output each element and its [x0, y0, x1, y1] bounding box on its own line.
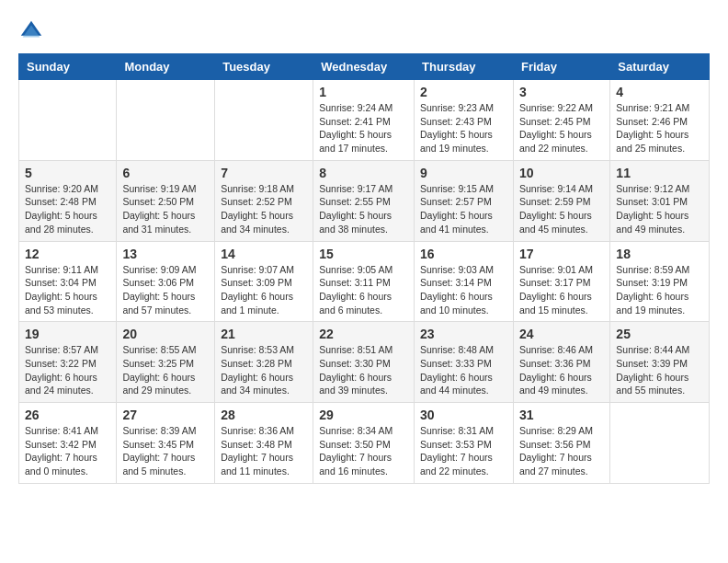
calendar-cell: [215, 80, 313, 161]
day-info: Sunrise: 8:59 AM Sunset: 3:19 PM Dayligh…: [616, 263, 703, 317]
calendar-cell: 12Sunrise: 9:11 AM Sunset: 3:04 PM Dayli…: [19, 241, 117, 322]
calendar-cell: [610, 403, 710, 484]
day-info: Sunrise: 9:03 AM Sunset: 3:14 PM Dayligh…: [420, 263, 507, 317]
day-number: 15: [319, 247, 408, 261]
calendar-cell: 21Sunrise: 8:53 AM Sunset: 3:28 PM Dayli…: [215, 322, 313, 403]
day-info: Sunrise: 8:46 AM Sunset: 3:36 PM Dayligh…: [519, 343, 604, 397]
calendar-cell: 11Sunrise: 9:12 AM Sunset: 3:01 PM Dayli…: [610, 160, 710, 241]
day-number: 30: [420, 408, 507, 422]
day-info: Sunrise: 9:12 AM Sunset: 3:01 PM Dayligh…: [616, 182, 703, 236]
calendar-cell: 26Sunrise: 8:41 AM Sunset: 3:42 PM Dayli…: [19, 403, 117, 484]
day-info: Sunrise: 9:21 AM Sunset: 2:46 PM Dayligh…: [616, 101, 703, 155]
calendar-cell: [117, 80, 215, 161]
day-info: Sunrise: 8:53 AM Sunset: 3:28 PM Dayligh…: [221, 343, 307, 397]
day-number: 7: [221, 166, 307, 180]
day-info: Sunrise: 9:24 AM Sunset: 2:41 PM Dayligh…: [319, 101, 408, 155]
day-number: 9: [420, 166, 507, 180]
calendar-cell: 24Sunrise: 8:46 AM Sunset: 3:36 PM Dayli…: [513, 322, 609, 403]
day-info: Sunrise: 8:57 AM Sunset: 3:22 PM Dayligh…: [25, 343, 110, 397]
day-info: Sunrise: 9:15 AM Sunset: 2:57 PM Dayligh…: [420, 182, 507, 236]
day-info: Sunrise: 8:39 AM Sunset: 3:45 PM Dayligh…: [122, 424, 209, 478]
calendar-cell: 14Sunrise: 9:07 AM Sunset: 3:09 PM Dayli…: [215, 241, 313, 322]
calendar-week-row: 12Sunrise: 9:11 AM Sunset: 3:04 PM Dayli…: [19, 241, 710, 322]
day-number: 21: [221, 327, 307, 341]
calendar-week-row: 1Sunrise: 9:24 AM Sunset: 2:41 PM Daylig…: [19, 80, 710, 161]
calendar-cell: 29Sunrise: 8:34 AM Sunset: 3:50 PM Dayli…: [313, 403, 415, 484]
day-number: 6: [122, 166, 209, 180]
day-number: 10: [519, 166, 604, 180]
calendar-cell: 27Sunrise: 8:39 AM Sunset: 3:45 PM Dayli…: [117, 403, 215, 484]
calendar-cell: 8Sunrise: 9:17 AM Sunset: 2:55 PM Daylig…: [313, 160, 415, 241]
calendar-header-row: SundayMondayTuesdayWednesdayThursdayFrid…: [19, 54, 710, 80]
calendar-cell: 18Sunrise: 8:59 AM Sunset: 3:19 PM Dayli…: [610, 241, 710, 322]
calendar-header-sunday: Sunday: [19, 54, 117, 80]
day-info: Sunrise: 9:07 AM Sunset: 3:09 PM Dayligh…: [221, 263, 307, 317]
day-number: 16: [420, 247, 507, 261]
calendar-cell: 28Sunrise: 8:36 AM Sunset: 3:48 PM Dayli…: [215, 403, 313, 484]
calendar-cell: [19, 80, 117, 161]
day-number: 13: [122, 247, 209, 261]
calendar-cell: 1Sunrise: 9:24 AM Sunset: 2:41 PM Daylig…: [313, 80, 415, 161]
day-info: Sunrise: 8:36 AM Sunset: 3:48 PM Dayligh…: [221, 424, 307, 478]
day-number: 8: [319, 166, 408, 180]
calendar-cell: 23Sunrise: 8:48 AM Sunset: 3:33 PM Dayli…: [415, 322, 514, 403]
day-number: 17: [519, 247, 604, 261]
page-header: [18, 18, 710, 44]
day-number: 27: [122, 408, 209, 422]
day-info: Sunrise: 8:51 AM Sunset: 3:30 PM Dayligh…: [319, 343, 408, 397]
calendar-header-friday: Friday: [513, 54, 609, 80]
calendar-week-row: 19Sunrise: 8:57 AM Sunset: 3:22 PM Dayli…: [19, 322, 710, 403]
day-number: 3: [519, 85, 604, 99]
day-number: 29: [319, 408, 408, 422]
calendar-cell: 19Sunrise: 8:57 AM Sunset: 3:22 PM Dayli…: [19, 322, 117, 403]
calendar-cell: 31Sunrise: 8:29 AM Sunset: 3:56 PM Dayli…: [513, 403, 609, 484]
day-info: Sunrise: 9:11 AM Sunset: 3:04 PM Dayligh…: [25, 263, 110, 317]
day-number: 18: [616, 247, 703, 261]
day-number: 26: [25, 408, 110, 422]
day-number: 24: [519, 327, 604, 341]
day-info: Sunrise: 9:05 AM Sunset: 3:11 PM Dayligh…: [319, 263, 408, 317]
calendar-cell: 4Sunrise: 9:21 AM Sunset: 2:46 PM Daylig…: [610, 80, 710, 161]
day-info: Sunrise: 8:34 AM Sunset: 3:50 PM Dayligh…: [319, 424, 408, 478]
day-number: 11: [616, 166, 703, 180]
calendar-cell: 9Sunrise: 9:15 AM Sunset: 2:57 PM Daylig…: [415, 160, 514, 241]
day-number: 23: [420, 327, 507, 341]
day-number: 22: [319, 327, 408, 341]
day-info: Sunrise: 8:31 AM Sunset: 3:53 PM Dayligh…: [420, 424, 507, 478]
day-info: Sunrise: 9:09 AM Sunset: 3:06 PM Dayligh…: [122, 263, 209, 317]
day-info: Sunrise: 9:14 AM Sunset: 2:59 PM Dayligh…: [519, 182, 604, 236]
day-info: Sunrise: 9:17 AM Sunset: 2:55 PM Dayligh…: [319, 182, 408, 236]
day-number: 1: [319, 85, 408, 99]
day-info: Sunrise: 9:23 AM Sunset: 2:43 PM Dayligh…: [420, 101, 507, 155]
calendar-table: SundayMondayTuesdayWednesdayThursdayFrid…: [18, 53, 710, 484]
calendar-header-tuesday: Tuesday: [215, 54, 313, 80]
day-number: 28: [221, 408, 307, 422]
calendar-cell: 2Sunrise: 9:23 AM Sunset: 2:43 PM Daylig…: [415, 80, 514, 161]
calendar-header-thursday: Thursday: [415, 54, 514, 80]
day-number: 25: [616, 327, 703, 341]
day-number: 5: [25, 166, 110, 180]
day-number: 14: [221, 247, 307, 261]
calendar-header-wednesday: Wednesday: [313, 54, 415, 80]
day-info: Sunrise: 8:48 AM Sunset: 3:33 PM Dayligh…: [420, 343, 507, 397]
day-number: 31: [519, 408, 604, 422]
calendar-cell: 7Sunrise: 9:18 AM Sunset: 2:52 PM Daylig…: [215, 160, 313, 241]
day-info: Sunrise: 9:18 AM Sunset: 2:52 PM Dayligh…: [221, 182, 307, 236]
day-info: Sunrise: 8:55 AM Sunset: 3:25 PM Dayligh…: [122, 343, 209, 397]
calendar-week-row: 26Sunrise: 8:41 AM Sunset: 3:42 PM Dayli…: [19, 403, 710, 484]
day-info: Sunrise: 9:22 AM Sunset: 2:45 PM Dayligh…: [519, 101, 604, 155]
calendar-cell: 6Sunrise: 9:19 AM Sunset: 2:50 PM Daylig…: [117, 160, 215, 241]
day-number: 2: [420, 85, 507, 99]
day-info: Sunrise: 8:41 AM Sunset: 3:42 PM Dayligh…: [25, 424, 110, 478]
day-info: Sunrise: 8:44 AM Sunset: 3:39 PM Dayligh…: [616, 343, 703, 397]
calendar-cell: 13Sunrise: 9:09 AM Sunset: 3:06 PM Dayli…: [117, 241, 215, 322]
day-number: 20: [122, 327, 209, 341]
logo-icon: [18, 18, 44, 44]
day-number: 4: [616, 85, 703, 99]
calendar-cell: 15Sunrise: 9:05 AM Sunset: 3:11 PM Dayli…: [313, 241, 415, 322]
calendar-week-row: 5Sunrise: 9:20 AM Sunset: 2:48 PM Daylig…: [19, 160, 710, 241]
day-info: Sunrise: 9:19 AM Sunset: 2:50 PM Dayligh…: [122, 182, 209, 236]
day-info: Sunrise: 9:20 AM Sunset: 2:48 PM Dayligh…: [25, 182, 110, 236]
calendar-header-monday: Monday: [117, 54, 215, 80]
calendar-cell: 16Sunrise: 9:03 AM Sunset: 3:14 PM Dayli…: [415, 241, 514, 322]
